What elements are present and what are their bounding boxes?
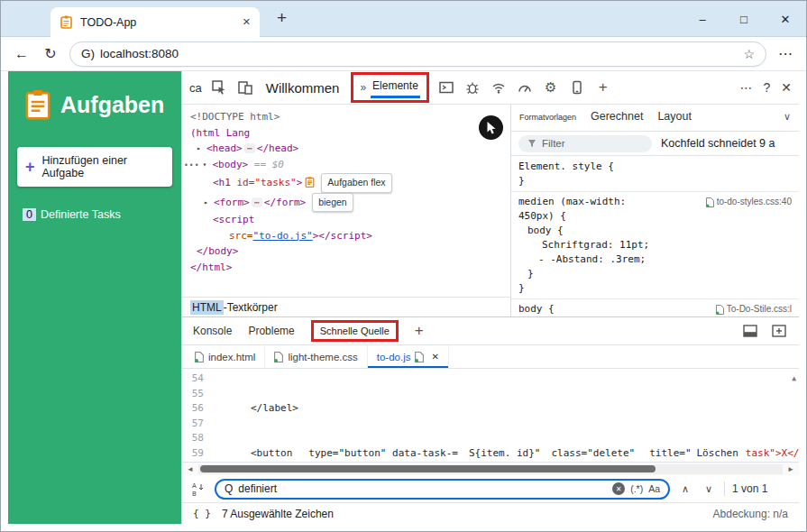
tab-console[interactable]: Konsole bbox=[193, 325, 232, 337]
dom-node-html-close[interactable]: </html> bbox=[182, 260, 510, 276]
code-editor[interactable]: 54 55 56 57 58 59 </label> <buttontype="… bbox=[182, 369, 799, 462]
devtools-close-icon[interactable]: ✕ bbox=[781, 80, 792, 95]
rule-media-query[interactable]: medien (max-width: to-do-styles.css:40 bbox=[511, 195, 799, 209]
refresh-icon[interactable]: ↻ bbox=[41, 45, 60, 62]
tab-close-icon[interactable]: ✕ bbox=[243, 16, 251, 28]
window-close-button[interactable]: ✕ bbox=[765, 1, 806, 37]
match-case-toggle[interactable]: Aa bbox=[648, 483, 660, 494]
code-line-54[interactable]: </label> bbox=[211, 401, 799, 417]
code-line-55[interactable]: <buttontype="button" data-task-=S{item. … bbox=[211, 446, 799, 462]
site-info-icon[interactable]: G) bbox=[81, 47, 95, 60]
dock-side-icon[interactable] bbox=[741, 322, 759, 340]
scroll-right-icon[interactable]: ► bbox=[784, 465, 797, 473]
more-options-icon[interactable]: ⋯ bbox=[739, 80, 752, 95]
clear-search-icon[interactable]: ✕ bbox=[612, 482, 625, 495]
tab-computed[interactable]: Gerechnet bbox=[591, 110, 643, 123]
dom-tree: <!DOCTYPE html> (html Lang ▸<head>⋯</hea… bbox=[182, 105, 510, 297]
rule-element-style[interactable]: Element. style { bbox=[511, 160, 799, 174]
scroll-up-icon[interactable]: ▲ bbox=[792, 371, 796, 387]
expand-arrow-icon[interactable]: ▸ bbox=[204, 195, 214, 211]
search-input[interactable]: Q definiert ✕ (.*) Aa bbox=[215, 479, 670, 500]
tab-overflow-chevron-icon[interactable]: » bbox=[360, 81, 366, 94]
dom-node-form[interactable]: ▸<form>⋯</form>biegen bbox=[182, 193, 510, 213]
address-bar-row: ← ↻ G) localhost:8080 ☆ ⋯ bbox=[1, 37, 806, 71]
rule-body-close[interactable]: } bbox=[511, 267, 799, 281]
inspect-element-icon[interactable] bbox=[210, 78, 228, 96]
editor-search-row: AB Q definiert ✕ (.*) Aa ∧ ∨ 1 von 1 bbox=[182, 475, 799, 502]
rule-element-style-close[interactable]: } bbox=[511, 174, 799, 188]
tab-issues[interactable]: Probleme bbox=[248, 325, 294, 337]
chevron-down-icon[interactable]: ∨ bbox=[784, 111, 791, 123]
browser-tab[interactable]: TODO-App ✕ bbox=[50, 7, 260, 37]
dom-node-head[interactable]: ▸<head>⋯</head> bbox=[182, 141, 510, 157]
collapsed-content-icon[interactable]: ⋯ bbox=[244, 143, 255, 153]
css-property[interactable]: - -Abstand: .3rem; bbox=[511, 252, 799, 267]
debugger-bug-icon[interactable] bbox=[463, 78, 481, 96]
code-lines[interactable]: </label> <buttontype="button" data-task-… bbox=[211, 369, 799, 462]
dom-node-body[interactable]: •••▾<body> == $0 bbox=[182, 157, 510, 174]
console-drawer-icon[interactable] bbox=[437, 78, 455, 96]
close-file-icon[interactable]: ✕ bbox=[431, 352, 438, 362]
breadcrumb-html[interactable]: HTML bbox=[190, 300, 224, 315]
hov-cls-label[interactable]: Kochfeld schneidet 9 a bbox=[661, 137, 775, 150]
next-match-icon[interactable]: ∨ bbox=[701, 483, 717, 495]
regex-toggle[interactable]: (.*) bbox=[630, 483, 643, 494]
help-icon[interactable]: ? bbox=[763, 80, 770, 95]
dom-breadcrumb[interactable]: HTML-Textkörper bbox=[182, 297, 510, 316]
dom-node-script-open[interactable]: <script bbox=[182, 212, 510, 228]
tab-quick-source[interactable]: Schnelle Quelle bbox=[311, 320, 399, 342]
rule-body2-open[interactable]: body { To-Do-Stile.css:l bbox=[511, 302, 799, 316]
dom-node-doctype[interactable]: <!DOCTYPE html> bbox=[182, 109, 510, 125]
flex-badge-translated[interactable]: biegen bbox=[312, 193, 353, 213]
device-emulation-icon[interactable] bbox=[568, 78, 586, 96]
scrollbar-thumb[interactable] bbox=[200, 465, 656, 472]
collapse-arrow-icon[interactable]: ▾ bbox=[202, 157, 212, 173]
dom-node-body-close[interactable]: </body> bbox=[182, 243, 510, 260]
find-replace-toggle-icon[interactable]: AB bbox=[189, 480, 207, 498]
window-maximize-button[interactable]: □ bbox=[723, 1, 765, 37]
file-tab-light-theme-css[interactable]: light-theme.css bbox=[265, 345, 367, 368]
performance-icon[interactable] bbox=[516, 78, 534, 96]
browser-menu-icon[interactable]: ⋯ bbox=[775, 45, 795, 62]
tab-welcome[interactable]: Willkommen bbox=[262, 80, 344, 96]
new-tab-button[interactable]: + bbox=[277, 8, 287, 28]
scroll-left-icon[interactable]: ◄ bbox=[184, 465, 197, 473]
add-panel-icon[interactable]: + bbox=[594, 78, 612, 96]
dom-node-h1[interactable]: <h1 id="tasks">Aufgaben flex bbox=[182, 173, 510, 193]
rule-body-open[interactable]: body { bbox=[511, 224, 799, 238]
flex-badge[interactable]: Aufgaben flex bbox=[321, 173, 391, 193]
add-drawer-tab-icon[interactable]: + bbox=[415, 322, 424, 340]
rule-media-query-2[interactable]: 450px) { bbox=[511, 209, 799, 224]
back-icon[interactable]: ← bbox=[12, 46, 32, 62]
expand-drawer-icon[interactable] bbox=[770, 322, 788, 340]
tab-styles[interactable]: Formatvorlagen bbox=[519, 113, 576, 122]
node-options-icon[interactable]: ••• bbox=[184, 161, 199, 170]
styles-filter-input[interactable]: Filter bbox=[518, 135, 652, 152]
window-minimize-button[interactable]: – bbox=[682, 1, 723, 37]
stylesheet-link[interactable]: To-Do-Stile.css:l bbox=[716, 303, 792, 316]
device-toolbar-icon[interactable] bbox=[236, 78, 254, 96]
dom-node-script-src[interactable]: src="to-do.js"></script> bbox=[182, 228, 510, 244]
previous-match-icon[interactable]: ∧ bbox=[677, 483, 693, 495]
favorite-star-icon[interactable]: ☆ bbox=[743, 47, 755, 61]
collapsed-content-icon[interactable]: ⋯ bbox=[252, 197, 262, 207]
expand-arrow-icon[interactable]: ▸ bbox=[197, 141, 206, 157]
file-tab-index-html[interactable]: index.html bbox=[186, 345, 265, 368]
dom-node-html-open[interactable]: (html Lang bbox=[182, 125, 510, 142]
tab-elements[interactable]: Elemente bbox=[371, 77, 420, 98]
script-src-link[interactable]: "to-do.js" bbox=[253, 230, 313, 242]
file-tab-to-do-js[interactable]: to-do.js✕ bbox=[368, 345, 449, 368]
file-icon bbox=[706, 197, 714, 207]
scrollbar-track[interactable] bbox=[198, 464, 783, 474]
stylesheet-link[interactable]: to-do-styles.css:40 bbox=[706, 196, 792, 208]
address-bar[interactable]: G) localhost:8080 ☆ bbox=[69, 41, 766, 67]
network-conditions-icon[interactable] bbox=[490, 78, 508, 96]
settings-gear-icon[interactable]: ⚙ bbox=[542, 78, 560, 96]
css-property[interactable]: Schriftgrad: 11pt; bbox=[511, 238, 799, 252]
pretty-print-button[interactable]: { } bbox=[193, 508, 211, 519]
rule-media-close[interactable]: } bbox=[511, 281, 799, 296]
add-task-button[interactable]: + Hinzufügen einer Aufgabe bbox=[17, 147, 172, 187]
tab-layout[interactable]: Layout bbox=[657, 110, 692, 123]
horizontal-scrollbar[interactable]: ◄ ► bbox=[182, 462, 799, 475]
breadcrumb-body[interactable]: -Textkörper bbox=[224, 301, 278, 314]
